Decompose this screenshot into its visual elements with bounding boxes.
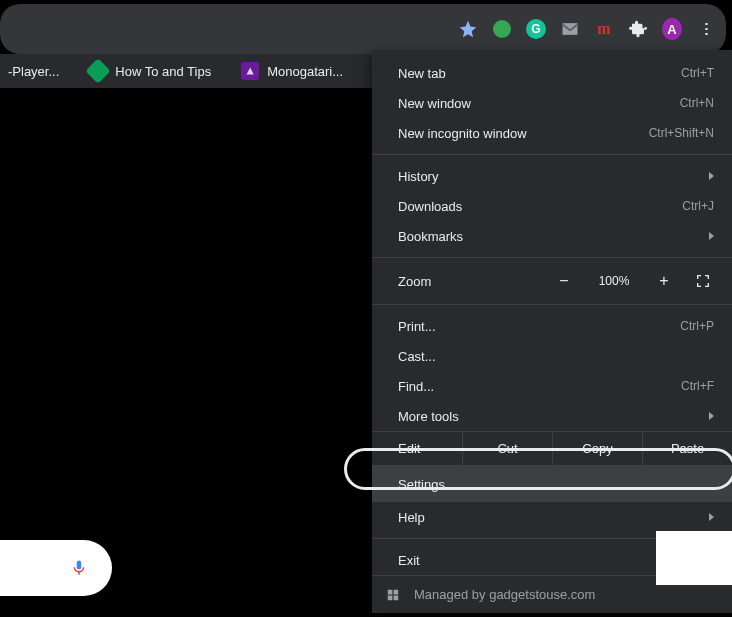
edit-paste-button[interactable]: Paste bbox=[642, 432, 732, 465]
menu-label: Help bbox=[398, 510, 425, 525]
menu-settings[interactable]: Settings bbox=[372, 466, 732, 502]
menu-shortcut: Ctrl+Shift+N bbox=[649, 126, 714, 140]
bookmark-item[interactable]: How To and Tips bbox=[83, 58, 217, 84]
menu-edit-row: Edit Cut Copy Paste bbox=[372, 431, 732, 465]
edit-copy-button[interactable]: Copy bbox=[552, 432, 642, 465]
menu-label: Settings bbox=[398, 477, 445, 492]
menu-label: Edit bbox=[372, 441, 462, 456]
menu-label: New tab bbox=[398, 66, 446, 81]
chevron-right-icon bbox=[709, 412, 714, 420]
chevron-right-icon bbox=[709, 172, 714, 180]
menu-label: Print... bbox=[398, 319, 436, 334]
menu-shortcut: Ctrl+P bbox=[680, 319, 714, 333]
gmail-icon[interactable] bbox=[560, 19, 580, 39]
bookmark-favicon-icon bbox=[86, 58, 111, 83]
zoom-in-button[interactable]: + bbox=[656, 272, 672, 290]
menu-shortcut: Ctrl+F bbox=[681, 379, 714, 393]
managed-by-label: Managed by gadgetstouse.com bbox=[414, 587, 595, 602]
edit-cut-button[interactable]: Cut bbox=[462, 432, 552, 465]
bookmark-star-icon[interactable] bbox=[458, 19, 478, 39]
extensions-puzzle-icon[interactable] bbox=[628, 19, 648, 39]
search-pill[interactable] bbox=[0, 540, 112, 596]
extension-m-icon[interactable]: m bbox=[594, 19, 614, 39]
menu-label: New window bbox=[398, 96, 471, 111]
menu-label: Downloads bbox=[398, 199, 462, 214]
menu-more-tools[interactable]: More tools bbox=[372, 401, 732, 431]
bookmark-favicon-icon bbox=[241, 62, 259, 80]
bookmark-item[interactable]: -Player... bbox=[2, 60, 65, 83]
menu-label: More tools bbox=[398, 409, 459, 424]
menu-shortcut: Ctrl+N bbox=[680, 96, 714, 110]
menu-label: New incognito window bbox=[398, 126, 527, 141]
menu-cast[interactable]: Cast... bbox=[372, 341, 732, 371]
managed-org-icon bbox=[386, 588, 400, 602]
menu-label: Cast... bbox=[398, 349, 436, 364]
white-overlay-block bbox=[656, 531, 732, 585]
menu-help[interactable]: Help bbox=[372, 502, 732, 532]
menu-label: Bookmarks bbox=[398, 229, 463, 244]
grammarly-icon[interactable]: G bbox=[526, 19, 546, 39]
chevron-right-icon bbox=[709, 513, 714, 521]
menu-shortcut: Ctrl+T bbox=[681, 66, 714, 80]
chrome-overflow-menu: New tab Ctrl+T New window Ctrl+N New inc… bbox=[372, 50, 732, 613]
bookmark-label: How To and Tips bbox=[115, 64, 211, 79]
menu-separator bbox=[372, 257, 732, 258]
mic-icon[interactable] bbox=[70, 556, 88, 580]
menu-new-tab[interactable]: New tab Ctrl+T bbox=[372, 58, 732, 88]
menu-new-window[interactable]: New window Ctrl+N bbox=[372, 88, 732, 118]
bookmark-item[interactable]: Monogatari... bbox=[235, 58, 349, 84]
menu-zoom: Zoom − 100% + bbox=[372, 264, 732, 298]
menu-history[interactable]: History bbox=[372, 161, 732, 191]
menu-label: Find... bbox=[398, 379, 434, 394]
extension-green-dot-icon[interactable] bbox=[492, 19, 512, 39]
fullscreen-icon[interactable] bbox=[692, 270, 714, 292]
menu-shortcut: Ctrl+J bbox=[682, 199, 714, 213]
menu-find[interactable]: Find... Ctrl+F bbox=[372, 371, 732, 401]
menu-downloads[interactable]: Downloads Ctrl+J bbox=[372, 191, 732, 221]
menu-print[interactable]: Print... Ctrl+P bbox=[372, 311, 732, 341]
menu-label: Zoom bbox=[398, 274, 556, 289]
browser-toolbar: G m A bbox=[0, 4, 726, 54]
menu-label: Exit bbox=[398, 553, 420, 568]
profile-avatar[interactable]: A bbox=[662, 19, 682, 39]
menu-label: History bbox=[398, 169, 438, 184]
zoom-value: 100% bbox=[592, 274, 636, 288]
menu-separator bbox=[372, 304, 732, 305]
bookmark-label: -Player... bbox=[8, 64, 59, 79]
menu-incognito[interactable]: New incognito window Ctrl+Shift+N bbox=[372, 118, 732, 148]
menu-separator bbox=[372, 154, 732, 155]
bookmark-label: Monogatari... bbox=[267, 64, 343, 79]
overflow-menu-icon[interactable] bbox=[696, 19, 716, 39]
zoom-out-button[interactable]: − bbox=[556, 272, 572, 290]
chevron-right-icon bbox=[709, 232, 714, 240]
menu-bookmarks[interactable]: Bookmarks bbox=[372, 221, 732, 251]
